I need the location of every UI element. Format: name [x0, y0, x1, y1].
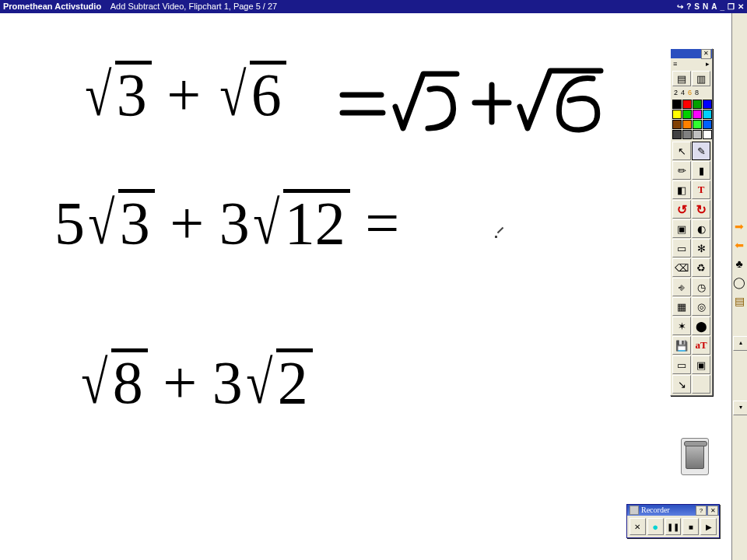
select-tool[interactable]: ↖: [672, 142, 691, 160]
toolbox-expand-icon[interactable]: ▸: [706, 58, 710, 69]
color-swatch-15[interactable]: [703, 130, 712, 139]
titlebar-button-1[interactable]: ?: [686, 0, 691, 13]
color-swatch-7[interactable]: [703, 110, 712, 119]
pen-cursor-icon: [495, 228, 506, 239]
equation-3: √8 + 3√2: [78, 348, 313, 418]
prev-arrow-icon[interactable]: ➡: [732, 239, 746, 253]
trash-icon: [686, 444, 704, 469]
highlighter-tool[interactable]: ✏: [672, 161, 691, 180]
pen-tool[interactable]: ✎: [692, 142, 710, 160]
titlebar-button-7[interactable]: ✕: [738, 0, 744, 13]
blank-tool[interactable]: [692, 375, 710, 394]
trash-bin[interactable]: [681, 438, 709, 475]
pen-size-6[interactable]: 6: [688, 89, 692, 98]
snapshot-tool[interactable]: ▭: [672, 239, 691, 257]
text-edit-tool[interactable]: aT: [692, 336, 710, 355]
pen-size-2[interactable]: 2: [674, 89, 678, 98]
recorder-close-button[interactable]: ✕: [707, 506, 718, 516]
color-swatch-5[interactable]: [682, 110, 692, 119]
search-tool[interactable]: ◎: [692, 297, 710, 316]
color-swatch-6[interactable]: [693, 110, 702, 119]
pen-size-4[interactable]: 4: [681, 89, 685, 98]
pen-size-8[interactable]: 8: [695, 89, 699, 98]
pause-rec[interactable]: ❚❚: [665, 518, 682, 535]
stop-rec[interactable]: ■: [682, 518, 699, 535]
page-tool[interactable]: ▤: [672, 71, 691, 86]
settings-tool[interactable]: ✻: [692, 239, 710, 257]
titlebar-button-0[interactable]: ↪: [677, 0, 683, 13]
text-tool[interactable]: T: [692, 180, 710, 199]
redo-tool[interactable]: ↺: [692, 200, 710, 219]
camera-tool[interactable]: ▣: [672, 219, 691, 238]
color-swatch-0[interactable]: [672, 100, 682, 109]
toolbox-titlebar[interactable]: ✕: [671, 49, 712, 58]
scroll-up-button[interactable]: ▴: [733, 336, 747, 351]
handwritten-answer: [336, 60, 616, 145]
desktop-tool[interactable]: ▥: [692, 71, 710, 86]
books-icon[interactable]: ▤: [732, 295, 746, 309]
color-swatch-2[interactable]: [693, 100, 702, 109]
recorder-icon: [630, 506, 639, 515]
recycle-tool[interactable]: ♻: [692, 258, 710, 277]
close-rec[interactable]: ✕: [630, 518, 646, 535]
titlebar-button-3[interactable]: N: [703, 0, 708, 13]
clear-tool[interactable]: ⌫: [672, 258, 691, 277]
mic-tool[interactable]: ⬤: [692, 317, 710, 335]
link-tool[interactable]: ⎆: [672, 278, 691, 296]
titlebar-button-5[interactable]: _: [720, 0, 724, 13]
pointer-tool[interactable]: ↘: [672, 375, 691, 394]
toolbox-panel[interactable]: ✕ ≡ ▸ ▤ ▥ 2468 ↖✎✏▮◧T↺↺▣◐▭✻⌫♻⎆◷▦◎✶⬤💾aT▭▣…: [670, 48, 713, 396]
color-swatch-10[interactable]: [693, 120, 702, 129]
cycle-icon[interactable]: ◯: [732, 276, 746, 290]
clock-tool[interactable]: ◷: [692, 278, 710, 296]
color-swatch-11[interactable]: [703, 120, 712, 129]
document-title: Add Subtract Video, Flipchart 1, Page 5 …: [110, 2, 277, 11]
app-name: Promethean Activstudio: [3, 2, 101, 11]
reveal-tool[interactable]: ◐: [692, 219, 710, 238]
color-swatch-4[interactable]: [672, 110, 682, 119]
next-arrow-icon[interactable]: ➡: [732, 220, 746, 234]
equation-2: 5√3 + 3√12 =: [54, 188, 399, 258]
equation-1: √3 + √6: [82, 60, 286, 130]
color-swatch-3[interactable]: [703, 100, 712, 109]
video-tool[interactable]: ▣: [692, 355, 710, 374]
record-rec[interactable]: ●: [647, 518, 664, 535]
eraser-tool[interactable]: ◧: [672, 180, 691, 199]
titlebar-button-6[interactable]: ❐: [728, 0, 735, 13]
color-swatch-14[interactable]: [693, 130, 702, 139]
toolbox-close-button[interactable]: ✕: [701, 49, 711, 59]
color-palette[interactable]: [671, 99, 712, 140]
color-swatch-12[interactable]: [672, 130, 682, 139]
color-swatch-9[interactable]: [682, 120, 692, 129]
toolbox-menu-icon[interactable]: ≡: [673, 58, 677, 69]
titlebar-button-2[interactable]: S: [694, 0, 700, 13]
color-swatch-8[interactable]: [672, 120, 682, 129]
color-swatch-1[interactable]: [682, 100, 692, 109]
grid-tool[interactable]: ▦: [672, 297, 691, 316]
play-rec[interactable]: ▶: [700, 518, 717, 535]
title-bar: Promethean Activstudio Add Subtract Vide…: [0, 0, 747, 13]
shapes-tool[interactable]: ✶: [672, 317, 691, 335]
recorder-help-button[interactable]: ?: [696, 506, 707, 516]
scroll-down-button[interactable]: ▾: [733, 401, 747, 415]
tree-icon[interactable]: ♣: [732, 257, 746, 271]
rect-tool[interactable]: ▭: [672, 355, 691, 374]
undo-tool[interactable]: ↺: [672, 200, 691, 219]
titlebar-button-4[interactable]: A: [711, 0, 717, 13]
save-tool[interactable]: 💾: [672, 336, 691, 355]
recorder-panel[interactable]: Recorder ? ✕ ✕●❚❚■▶: [626, 504, 720, 538]
recorder-title: Recorder: [641, 505, 670, 516]
fill-tool[interactable]: ▮: [692, 161, 710, 180]
color-swatch-13[interactable]: [682, 130, 692, 139]
flipchart-canvas[interactable]: √3 + √6 5√3 + 3√12 = √8 + 3√2: [0, 13, 731, 560]
